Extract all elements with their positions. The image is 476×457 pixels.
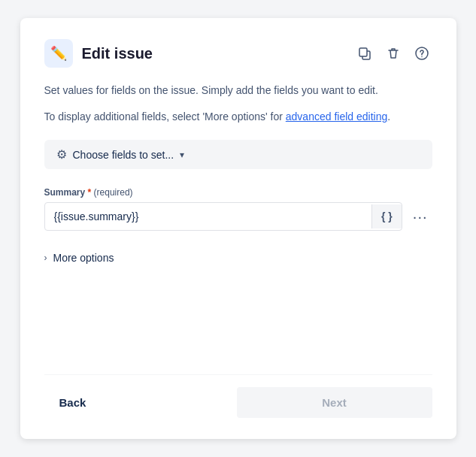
- chevron-right-icon: ›: [44, 253, 47, 263]
- pencil-icon: ✏️: [50, 45, 67, 62]
- header-actions: [354, 43, 432, 64]
- required-marker: *: [88, 187, 92, 198]
- curly-braces-button[interactable]: { }: [371, 204, 402, 228]
- summary-input[interactable]: [45, 203, 372, 230]
- svg-point-3: [421, 56, 423, 58]
- description-line1: Set values for fields on the issue. Simp…: [44, 83, 432, 98]
- description-line2: To display additional fields, select 'Mo…: [44, 109, 432, 125]
- more-actions-button[interactable]: ···: [408, 205, 432, 228]
- summary-input-row: { } ···: [44, 202, 432, 231]
- summary-input-wrapper: { }: [44, 202, 402, 231]
- required-text: (required): [94, 187, 133, 198]
- advanced-field-link[interactable]: advanced field editing: [286, 110, 387, 123]
- edit-issue-card: ✏️ Edit issue: [20, 18, 456, 439]
- choose-fields-button[interactable]: ⚙ Choose fields to set... ▾: [44, 140, 432, 169]
- page-title: Edit issue: [82, 45, 153, 62]
- summary-label: Summary * (required): [44, 187, 432, 198]
- next-button[interactable]: Next: [237, 387, 432, 418]
- choose-fields-label: Choose fields to set...: [73, 149, 174, 161]
- gear-icon: ⚙: [56, 147, 67, 162]
- more-options-row[interactable]: › More options: [44, 249, 432, 267]
- footer: Back Next: [44, 374, 432, 418]
- back-button[interactable]: Back: [44, 389, 102, 416]
- svg-rect-1: [359, 48, 367, 56]
- header-left: ✏️ Edit issue: [44, 39, 153, 68]
- help-button[interactable]: [411, 43, 432, 64]
- chevron-down-icon: ▾: [180, 150, 184, 160]
- copy-button[interactable]: [354, 43, 375, 64]
- edit-icon-box: ✏️: [44, 39, 73, 68]
- header: ✏️ Edit issue: [44, 39, 432, 68]
- more-options-label: More options: [53, 252, 114, 264]
- delete-button[interactable]: [383, 43, 404, 64]
- summary-field-group: Summary * (required) { } ···: [44, 187, 432, 231]
